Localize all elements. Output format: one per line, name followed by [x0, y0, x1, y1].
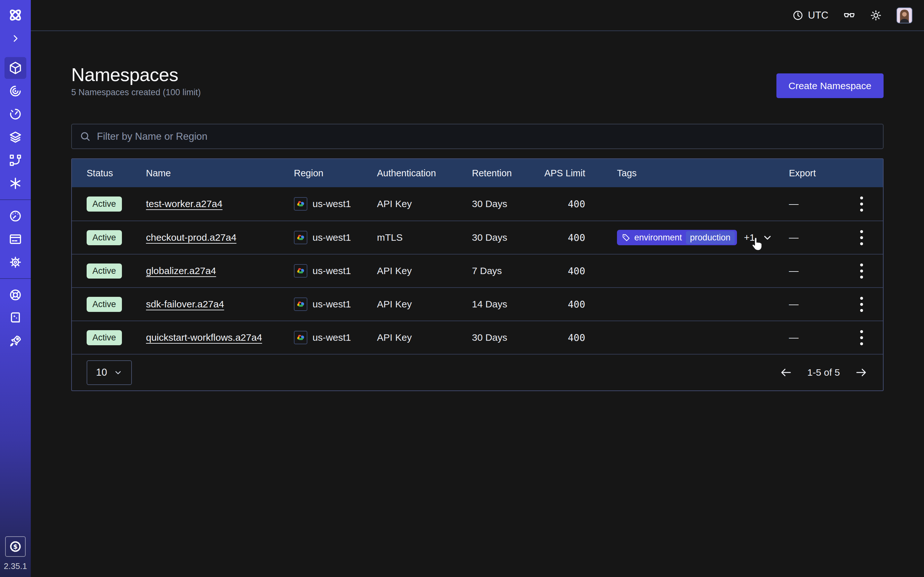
region-label: us-west1: [312, 266, 351, 276]
namespace-link[interactable]: sdk-failover.a27a4: [146, 299, 224, 309]
sidebar-item-settings[interactable]: [0, 251, 31, 274]
table-header: Status Name Region Authentication Retent…: [72, 159, 883, 187]
region-cell: us-west1: [294, 197, 377, 211]
retention-cell: 30 Days: [472, 232, 531, 243]
tag-icon: [622, 234, 630, 242]
table-row: Active sdk-failover.a27a4 us-west1 API K…: [72, 287, 883, 321]
svg-text:$: $: [13, 543, 18, 550]
gauge-icon: [9, 210, 22, 223]
chevron-right-icon: [11, 34, 20, 43]
table-row: Active globalizer.a27a4 us-west1 API Key…: [72, 254, 883, 287]
export-cell: —: [789, 232, 840, 243]
row-menu-button[interactable]: [857, 293, 866, 315]
google-cloud-icon: [294, 331, 307, 344]
arrow-left-icon: [780, 366, 792, 379]
chevron-down-icon: [762, 232, 773, 243]
tags-cell: environment production +1: [617, 230, 789, 245]
row-menu-button[interactable]: [857, 327, 866, 348]
row-menu-button[interactable]: [857, 260, 866, 282]
sidebar-item-namespaces[interactable]: [0, 56, 31, 79]
book-icon: [9, 311, 22, 325]
sidebar-item-support[interactable]: [0, 284, 31, 306]
sidebar-expand-button[interactable]: [9, 32, 22, 45]
glasses-icon: [843, 9, 855, 21]
tag-value: production: [686, 231, 735, 244]
col-region: Region: [294, 168, 377, 179]
timezone-label: UTC: [808, 10, 829, 21]
row-menu-button[interactable]: [857, 193, 866, 215]
sidebar-item-branch[interactable]: [0, 149, 31, 172]
sidebar-item-billing[interactable]: [0, 227, 31, 251]
create-namespace-button[interactable]: Create Namespace: [776, 73, 884, 98]
clock-icon: [792, 10, 803, 21]
table-row: Active quickstart-workflows.a27a4 us-wes…: [72, 321, 883, 354]
namespace-link[interactable]: quickstart-workflows.a27a4: [146, 332, 262, 343]
export-cell: —: [789, 266, 840, 276]
sun-icon: [870, 10, 882, 21]
retention-cell: 14 Days: [472, 299, 531, 309]
table-footer: 10 1-5 of 5: [72, 354, 883, 390]
next-page-button[interactable]: [855, 366, 867, 379]
status-badge: Active: [87, 297, 122, 312]
sidebar: $ 2.35.1: [0, 0, 31, 577]
auth-cell: API Key: [377, 299, 472, 309]
sidebar-item-timer[interactable]: [0, 103, 31, 126]
sidebar-divider: [0, 199, 31, 200]
asterisk-icon: [9, 177, 22, 190]
search-icon: [79, 131, 91, 142]
sidebar-item-getting-started[interactable]: [0, 330, 31, 353]
retention-cell: 7 Days: [472, 266, 531, 276]
page-title: Namespaces: [71, 64, 201, 85]
status-badge: Active: [87, 197, 122, 211]
timezone-button[interactable]: UTC: [792, 10, 829, 21]
tag-more-count: +1: [744, 232, 755, 243]
gear-icon: [9, 255, 22, 269]
topbar: UTC: [31, 0, 924, 31]
page-subtitle: 5 Namespaces created (100 limit): [71, 87, 201, 97]
namespace-link[interactable]: test-worker.a27a4: [146, 198, 222, 209]
sidebar-item-asterisk[interactable]: [0, 172, 31, 195]
layers-icon: [9, 131, 22, 144]
filter-input[interactable]: [71, 124, 884, 149]
tag-chip[interactable]: environment production: [617, 230, 737, 245]
sidebar-item-radar[interactable]: [0, 79, 31, 103]
region-cell: us-west1: [294, 298, 377, 311]
tags-expand-button[interactable]: [762, 232, 773, 243]
col-authentication: Authentication: [377, 168, 472, 179]
avatar[interactable]: [897, 7, 913, 23]
page-size-select[interactable]: 10: [87, 360, 132, 385]
retention-cell: 30 Days: [472, 198, 531, 210]
col-status: Status: [72, 168, 146, 179]
google-cloud-icon: [294, 264, 307, 277]
branch-icon: [9, 153, 22, 167]
auth-cell: mTLS: [377, 232, 472, 243]
region-cell: us-west1: [294, 331, 377, 344]
app-root: $ 2.35.1 UTC: [0, 0, 924, 577]
content: Namespaces 5 Namespaces created (100 lim…: [31, 31, 924, 577]
export-cell: —: [789, 198, 840, 210]
dollar-badge-icon: $: [9, 540, 22, 553]
region-cell: us-west1: [294, 264, 377, 277]
temporal-logo-icon: [7, 7, 23, 23]
labs-toggle-button[interactable]: [843, 9, 855, 21]
theme-toggle-button[interactable]: [870, 10, 882, 21]
namespace-link[interactable]: globalizer.a27a4: [146, 266, 216, 276]
col-tags: Tags: [617, 168, 789, 179]
namespace-link[interactable]: checkout-prod.a27a4: [146, 232, 236, 243]
region-cell: us-west1: [294, 231, 377, 244]
sidebar-divider: [0, 278, 31, 279]
region-label: us-west1: [312, 198, 351, 210]
prev-page-button[interactable]: [780, 366, 792, 379]
col-export: Export: [789, 168, 840, 179]
sidebar-item-layers[interactable]: [0, 126, 31, 149]
filter-wrapper: [71, 124, 884, 149]
billing-card-icon: [9, 232, 22, 246]
page-size-value: 10: [96, 367, 107, 378]
google-cloud-icon: [294, 197, 307, 211]
row-menu-button[interactable]: [857, 227, 866, 248]
status-badge: Active: [87, 263, 122, 279]
sidebar-item-docs[interactable]: [0, 306, 31, 330]
sidebar-item-usage[interactable]: [0, 205, 31, 227]
version-label: 2.35.1: [4, 561, 27, 571]
pricing-button[interactable]: $: [5, 536, 26, 557]
